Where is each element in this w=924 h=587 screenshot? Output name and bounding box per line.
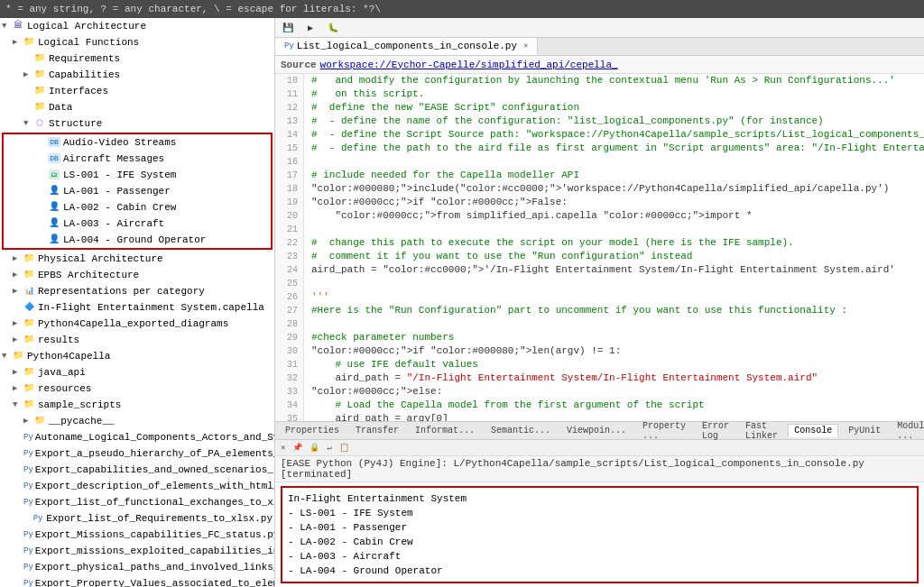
line-content-18[interactable]: "color:#000080;">include("color:#cc0000;… — [304, 182, 889, 196]
tree-arrow-python4capella-exported[interactable]: ▶ — [13, 316, 22, 331]
sidebar-item-interfaces[interactable]: 📁 Interfaces — [0, 83, 274, 99]
sidebar-item-requirements[interactable]: 📁 Requirements — [0, 50, 274, 67]
bottom-tab-pyunit[interactable]: PyUnit — [842, 424, 887, 437]
bottom-tab-viewpoin---[interactable]: Viewpoin... — [560, 424, 633, 437]
tab-close[interactable]: ✕ — [523, 41, 528, 50]
tree-arrow-results[interactable]: ▶ — [13, 333, 22, 347]
sidebar-item-export-property-values[interactable]: Py Export_Property_Values_associated_to_… — [0, 575, 274, 587]
sidebar-item-epbs-architecture[interactable]: ▶ 📁 EPBS Architecture — [0, 267, 274, 283]
bottom-tab-modules----[interactable]: Modules ... — [891, 419, 924, 443]
toolbar-debug[interactable]: 🐛 — [324, 22, 342, 34]
sidebar-item-export-functional[interactable]: Py Export_list_of_functional_exchanges_t… — [0, 494, 274, 510]
bottom-tab-property----[interactable]: Property ... — [636, 419, 692, 443]
sidebar-item-la003[interactable]: 👤 LA-003 - Aircraft — [4, 216, 271, 232]
line-content-35[interactable]: aird_path = argv[0] — [304, 412, 448, 421]
sidebar-item-export-capabilities[interactable]: Py Export_capabilities_and_owned_scenari… — [0, 462, 274, 478]
line-content-19[interactable]: "color:#0000cc;">if "color:#0000cc;">Fal… — [304, 196, 568, 209]
sidebar-item-pycache[interactable]: ▶ 📁 __pycache__ — [0, 413, 274, 429]
bottom-tab-transfer[interactable]: Transfer — [349, 424, 405, 437]
sidebar-item-sample-scripts[interactable]: ▼ 📁 sample_scripts — [0, 397, 274, 413]
line-content-31[interactable]: # use IFE default values — [304, 358, 478, 371]
toolbar-run[interactable]: ▶ — [304, 22, 317, 34]
sidebar-item-export-missions[interactable]: Py Export_Missions_capabilities_FC_statu… — [0, 527, 274, 543]
line-content-23[interactable]: # comment it if you want to use the "Run… — [304, 250, 692, 263]
line-content-15[interactable]: # - define the path to the aird file as … — [304, 142, 924, 155]
sidebar-item-representations[interactable]: ▶ 📊 Representations per category — [0, 283, 274, 299]
tree-arrow-logical-architecture[interactable]: ▼ — [2, 19, 11, 33]
sidebar-item-logical-architecture[interactable]: ▼ 🏛 Logical Architecture — [0, 18, 274, 34]
sidebar-item-ife-system-capella[interactable]: 🔷 In-Flight Entertainment System.capella — [0, 299, 274, 316]
sidebar-item-python4capella-exported[interactable]: ▶ 📁 Python4Capella_exported_diagrams — [0, 316, 274, 332]
line-content-13[interactable]: # - define the name of the configuration… — [304, 115, 824, 128]
tree-arrow-python4capella[interactable]: ▼ — [2, 349, 11, 363]
tree-arrow-representations[interactable]: ▶ — [13, 284, 22, 298]
line-content-11[interactable]: # on this script. — [304, 87, 424, 101]
toolbar-save[interactable]: 💾 — [279, 22, 297, 34]
sidebar-item-structure[interactable]: ▼ ⬡ Structure — [0, 115, 274, 132]
sidebar-item-physical-architecture[interactable]: ▶ 📁 Physical Architecture — [0, 251, 274, 267]
tree-arrow-logical-functions[interactable]: ▶ — [13, 35, 22, 50]
line-content-17[interactable]: # include needed for the Capella modelle… — [304, 169, 579, 182]
line-content-32[interactable]: aird_path = "/In-Flight Entertainment Sy… — [304, 371, 818, 385]
tree-arrow-sample-scripts[interactable]: ▼ — [13, 398, 22, 412]
line-content-26[interactable]: ''' — [304, 290, 329, 304]
code-line-29: 29#check parameter numbers — [275, 331, 924, 344]
bottom-tab-properties[interactable]: Properties — [279, 424, 346, 437]
scroll-lock[interactable]: 🔒 — [308, 443, 321, 453]
sidebar-item-export-missions-exploited[interactable]: Py Export_missions_exploited_capabilitie… — [0, 543, 274, 559]
line-content-21[interactable] — [304, 223, 311, 236]
line-content-30[interactable]: "color:#0000cc;">if "color:#000080;">len… — [304, 344, 621, 358]
line-content-12[interactable]: # define the new "EASE Script" configura… — [304, 101, 579, 115]
copy-btn[interactable]: 📋 — [337, 443, 351, 453]
bottom-tab-console[interactable]: Console — [788, 424, 838, 437]
line-content-10[interactable]: # and modify the configuration by launch… — [304, 74, 895, 87]
line-content-16[interactable] — [304, 155, 311, 169]
tree-arrow-physical-architecture[interactable]: ▶ — [13, 252, 22, 266]
bottom-tab-fast-linker[interactable]: Fast Linker — [739, 419, 784, 443]
sidebar-item-audio-video[interactable]: DB Audio-Video Streams — [4, 134, 271, 151]
bottom-tab-informat---[interactable]: Informat... — [409, 424, 481, 437]
line-content-24[interactable]: aird_path = "color:#cc0000;">'/In-Flight… — [304, 263, 895, 277]
tree-arrow-resources[interactable]: ▶ — [13, 381, 22, 396]
line-content-33[interactable]: "color:#0000cc;">else: — [304, 385, 442, 399]
pin-btn[interactable]: 📌 — [291, 443, 304, 453]
line-content-22[interactable]: # change this path to execute the script… — [304, 236, 794, 250]
sidebar-item-logical-functions[interactable]: ▶ 📁 Logical Functions — [0, 34, 274, 50]
sidebar-item-export-description[interactable]: Py Export_description_of_elements_with_h… — [0, 478, 274, 494]
code-editor[interactable]: 10# and modify the configuration by laun… — [275, 74, 924, 421]
tree-arrow-structure[interactable]: ▼ — [23, 116, 32, 131]
sidebar-item-python4capella[interactable]: ▼ 📁 Python4Capella — [0, 348, 274, 364]
tree-arrow-java-api[interactable]: ▶ — [13, 365, 22, 380]
line-content-28[interactable] — [304, 317, 311, 331]
word-wrap[interactable]: ↵ — [325, 443, 333, 453]
tree-arrow-capabilities[interactable]: ▶ — [23, 68, 32, 82]
bottom-tab-error-log[interactable]: Error Log — [696, 419, 735, 443]
sidebar-item-la004[interactable]: 👤 LA-004 - Ground Operator — [4, 232, 271, 248]
sidebar-item-results[interactable]: ▶ 📁 results — [0, 332, 274, 348]
sidebar-item-aircraft-messages[interactable]: DB Aircraft Messages — [4, 151, 271, 167]
sidebar-item-export-requirements[interactable]: Py Export_list_of_Requirements_to_xlsx.p… — [0, 510, 274, 527]
code-line-34: 34 # Load the Capella model from the fir… — [275, 399, 924, 412]
sidebar-item-autoname-logical[interactable]: Py Autoname_Logical_Components_Actors_an… — [0, 429, 274, 445]
bottom-tab-semantic---[interactable]: Semantic... — [485, 424, 557, 437]
line-content-29[interactable]: #check parameter numbers — [304, 331, 454, 344]
sidebar-item-ls001[interactable]: 🗂 LS-001 - IFE System — [4, 167, 271, 183]
line-content-14[interactable]: # - define the Script Source path: "work… — [304, 128, 924, 142]
sidebar-item-export-pseudo[interactable]: Py Export_a_pseudo_hierarchy_of_PA_eleme… — [0, 445, 274, 462]
sidebar-item-java-api[interactable]: ▶ 📁 java_api — [0, 364, 274, 381]
line-content-27[interactable]: #Here is the "Run Configuration" part to… — [304, 304, 847, 317]
line-content-25[interactable] — [304, 277, 311, 290]
tab-list-logical[interactable]: Py List_logical_components_in_console.py… — [275, 38, 538, 55]
sidebar-item-export-physical-paths[interactable]: Py Export_physical_paths_and_involved_li… — [0, 559, 274, 575]
line-content-34[interactable]: # Load the Capella model from the first … — [304, 399, 705, 412]
sidebar-item-capabilities[interactable]: ▶ 📁 Capabilities — [0, 67, 274, 83]
sidebar-item-data[interactable]: 📁 Data — [0, 99, 274, 115]
tree-arrow-pycache[interactable]: ▶ — [23, 414, 32, 428]
clear-btn[interactable]: ✕ — [279, 443, 287, 453]
tree-arrow-epbs-architecture[interactable]: ▶ — [13, 268, 22, 282]
line-content-20[interactable]: "color:#0000cc;">from simplified_api.cap… — [304, 209, 753, 223]
sidebar-item-la002[interactable]: 👤 LA-002 - Cabin Crew — [4, 199, 271, 216]
sidebar-item-la001[interactable]: 👤 LA-001 - Passenger — [4, 183, 271, 199]
sidebar-item-resources[interactable]: ▶ 📁 resources — [0, 381, 274, 397]
line-num-25: 25 — [275, 277, 304, 290]
